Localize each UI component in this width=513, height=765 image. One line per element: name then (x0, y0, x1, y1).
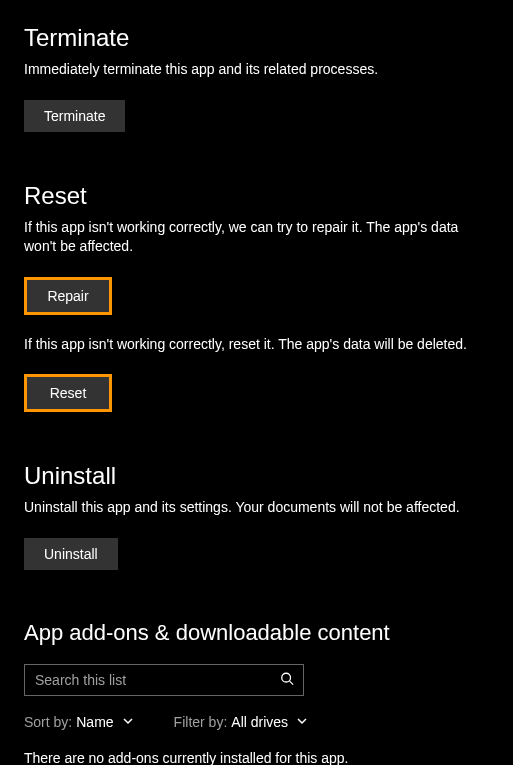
sort-by-dropdown[interactable]: Sort by: Name (24, 714, 134, 730)
search-input[interactable] (24, 664, 304, 696)
addons-empty-message: There are no add-ons currently installed… (24, 750, 489, 765)
sort-value: Name (76, 714, 113, 730)
reset-description: If this app isn't working correctly, res… (24, 335, 489, 355)
terminate-button[interactable]: Terminate (24, 100, 125, 132)
filter-label: Filter by: (174, 714, 228, 730)
filter-value: All drives (231, 714, 288, 730)
repair-description: If this app isn't working correctly, we … (24, 218, 489, 257)
chevron-down-icon (296, 714, 308, 730)
sort-label: Sort by: (24, 714, 72, 730)
terminate-section: Terminate Immediately terminate this app… (24, 24, 489, 132)
search-container (24, 664, 304, 696)
terminate-description: Immediately terminate this app and its r… (24, 60, 489, 80)
uninstall-button[interactable]: Uninstall (24, 538, 118, 570)
uninstall-section: Uninstall Uninstall this app and its set… (24, 462, 489, 570)
uninstall-description: Uninstall this app and its settings. You… (24, 498, 489, 518)
reset-highlight: Reset (24, 374, 112, 412)
addons-section: App add-ons & downloadable content Sort … (24, 620, 489, 765)
reset-button[interactable]: Reset (27, 377, 109, 409)
addons-title: App add-ons & downloadable content (24, 620, 489, 646)
filter-row: Sort by: Name Filter by: All drives (24, 714, 489, 730)
repair-group: If this app isn't working correctly, we … (24, 218, 489, 315)
filter-by-dropdown[interactable]: Filter by: All drives (174, 714, 308, 730)
repair-highlight: Repair (24, 277, 112, 315)
repair-button[interactable]: Repair (27, 280, 109, 312)
chevron-down-icon (122, 714, 134, 730)
uninstall-title: Uninstall (24, 462, 489, 490)
reset-section: Reset If this app isn't working correctl… (24, 182, 489, 413)
reset-title: Reset (24, 182, 489, 210)
reset-group: If this app isn't working correctly, res… (24, 335, 489, 413)
terminate-title: Terminate (24, 24, 489, 52)
